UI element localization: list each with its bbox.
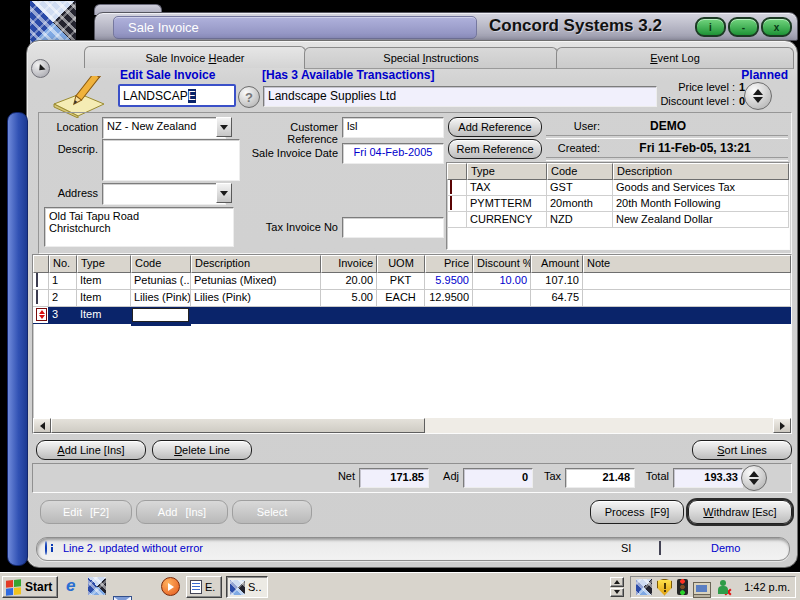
rem-reference-button[interactable]: Rem Reference	[448, 139, 542, 159]
grid-col-header[interactable]: Code	[131, 255, 191, 273]
spinner-down-icon[interactable]	[753, 97, 763, 103]
ref-cell[interactable]: TAX	[467, 180, 547, 196]
grid-cell[interactable]: 12.9500	[425, 290, 473, 307]
ref-flag-cell[interactable]	[447, 212, 467, 228]
ref-cell[interactable]: 20th Month Following	[613, 196, 789, 212]
address-textarea[interactable]: Old Tai Tapu Road Christchurch	[44, 207, 234, 247]
grid-col-header[interactable]: UOM	[377, 255, 425, 273]
grid-cell[interactable]: Item	[77, 273, 131, 290]
grid-cell[interactable]	[583, 290, 791, 307]
ref-cell[interactable]: PYMTTERM	[467, 196, 547, 212]
delete-line-button[interactable]: Delete Line	[152, 440, 252, 460]
code-edit-input[interactable]	[132, 308, 189, 322]
help-button[interactable]: ?	[238, 86, 260, 108]
tray-computer-icon[interactable]	[693, 582, 711, 596]
customer-reference-input[interactable]: lsl	[342, 117, 444, 138]
process-button[interactable]: Process[F9]	[590, 500, 684, 524]
outlook-express-icon[interactable]	[113, 596, 132, 600]
grid-cell[interactable]	[583, 273, 791, 290]
grid-horizontal-scrollbar[interactable]	[33, 418, 791, 433]
add-reference-button[interactable]: Add Reference	[448, 117, 542, 137]
spinner-up-icon[interactable]	[753, 89, 763, 95]
grid-cell[interactable]	[473, 307, 531, 324]
grid-cell[interactable]: EACH	[377, 290, 425, 307]
withdraw-button[interactable]: Withdraw [Esc]	[688, 500, 792, 524]
ref-flag-cell[interactable]	[447, 196, 467, 212]
grid-col-header[interactable]: Invoice	[321, 255, 377, 273]
grid-cell[interactable]: Lilies (Pink)	[191, 290, 321, 307]
address-dropdown-button[interactable]	[216, 183, 232, 203]
grid-cell[interactable]	[191, 307, 321, 324]
ref-flag-cell[interactable]	[447, 180, 467, 196]
grid-cell[interactable]: 2	[49, 290, 77, 307]
tray-traffic-light-icon[interactable]	[677, 579, 688, 595]
minimize-button[interactable]: -	[728, 17, 759, 37]
tray-shield-icon[interactable]	[657, 579, 672, 596]
grid-cell[interactable]: 10.00	[473, 273, 531, 290]
clock[interactable]: 1:42 p.m.	[744, 581, 790, 593]
location-dropdown-button[interactable]	[216, 117, 232, 137]
grid-col-header[interactable]: Discount %	[473, 255, 531, 273]
total-field[interactable]: 193.33	[673, 468, 743, 488]
grid-col-header-icon[interactable]	[33, 255, 49, 273]
tab-event-log[interactable]: Event Log	[556, 47, 794, 69]
ref-cell[interactable]: CURRENCY	[467, 212, 547, 228]
grid-cell[interactable]: Petunias (...	[131, 273, 191, 290]
tray-concord-icon[interactable]	[636, 579, 652, 595]
sale-invoice-date-input[interactable]: Fri 04-Feb-2005	[342, 143, 444, 164]
ref-cell[interactable]: New Zealand Dollar	[613, 212, 789, 228]
tray-user-offline-icon[interactable]	[716, 580, 731, 595]
grid-col-header[interactable]: Price	[425, 255, 473, 273]
ref-cell[interactable]: NZD	[547, 212, 613, 228]
edit-button[interactable]: Edit[F2]	[40, 500, 132, 524]
grid-col-header[interactable]: Description	[191, 255, 321, 273]
grid-row-1[interactable]: 1 Item Petunias (... Petunias (Mixed) 20…	[33, 273, 791, 290]
grid-cell[interactable]: Lilies (Pink)	[131, 290, 191, 307]
tab-sale-invoice-header[interactable]: Sale Invoice Header	[84, 46, 306, 68]
location-dropdown[interactable]: NZ - New Zealand	[102, 117, 226, 139]
grid-cell[interactable]: PKT	[377, 273, 425, 290]
grid-col-header[interactable]: No.	[49, 255, 77, 273]
customer-name-field[interactable]: Landscape Supplies Ltd	[263, 86, 657, 107]
scroll-right-button[interactable]	[773, 418, 791, 433]
net-field[interactable]: 171.85	[359, 468, 429, 488]
grid-cell[interactable]: 20.00	[321, 273, 377, 290]
grid-cell[interactable]	[425, 307, 473, 324]
sort-lines-button[interactable]: Sort Lines	[692, 440, 792, 460]
task-button-event[interactable]: E.	[186, 576, 222, 598]
address-dropdown[interactable]	[102, 183, 226, 205]
grid-row-3-selected[interactable]: 3 Item	[33, 307, 791, 326]
grid-cell[interactable]: 5.9500	[425, 273, 473, 290]
grid-cell[interactable]: 3	[49, 307, 77, 324]
grid-cell[interactable]: 1	[49, 273, 77, 290]
ref-col-header-type[interactable]: Type	[467, 163, 547, 180]
adj-field[interactable]: 0	[463, 468, 533, 488]
ref-cell[interactable]: 20month	[547, 196, 613, 212]
ref-col-header-code[interactable]: Code	[547, 163, 613, 180]
close-button[interactable]: x	[761, 17, 792, 37]
grid-row-2[interactable]: 2 Item Lilies (Pink) Lilies (Pink) 5.00 …	[33, 290, 791, 307]
grid-cell[interactable]: Item	[77, 290, 131, 307]
grid-col-header[interactable]: Note	[583, 255, 791, 273]
spinner-up-icon[interactable]	[749, 471, 759, 477]
totals-spinner[interactable]	[741, 465, 767, 491]
scrollbar-thumb[interactable]	[51, 418, 425, 433]
add-line-button[interactable]: Add Line [Ins]	[36, 440, 146, 460]
grid-cell[interactable]	[531, 307, 583, 324]
grid-cell[interactable]	[321, 307, 377, 324]
level-spinner[interactable]	[744, 82, 772, 110]
grid-cell[interactable]: 107.10	[531, 273, 583, 290]
scroll-left-button[interactable]	[33, 418, 51, 433]
grid-col-header[interactable]: Amount	[531, 255, 583, 273]
description-textarea[interactable]	[102, 139, 240, 181]
tax-invoice-no-input[interactable]	[342, 217, 444, 238]
concord-quicklaunch-icon[interactable]	[88, 577, 106, 595]
ref-cell[interactable]: GST	[547, 180, 613, 196]
grid-cell[interactable]	[583, 307, 791, 324]
tray-scroll-buttons[interactable]	[610, 577, 624, 597]
grid-cell[interactable]	[473, 290, 531, 307]
ref-col-header-description[interactable]: Description	[613, 163, 789, 180]
grid-cell[interactable]: Item	[77, 307, 131, 324]
select-button[interactable]: Select	[232, 500, 312, 524]
add-button[interactable]: Add[Ins]	[136, 500, 228, 524]
